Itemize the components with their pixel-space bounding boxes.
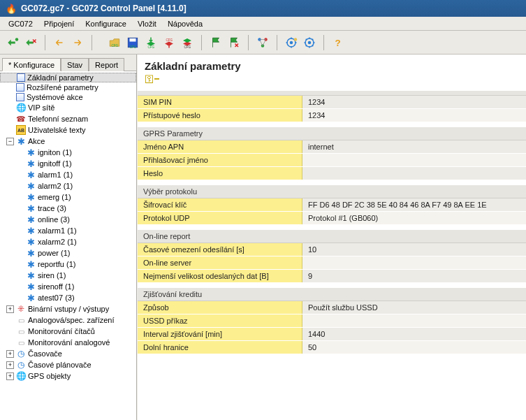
tb-upload-cfg-icon[interactable]: CFG [161,35,177,50]
tree-timers[interactable]: +◷Časovače [0,348,136,359]
tb-open-cfg-icon[interactable]: CFG [106,35,123,50]
row-gprs-user[interactable]: Přihlašovací jméno [138,154,526,167]
tab-status[interactable]: Stav [61,58,89,71]
tab-configuration[interactable]: * Konfigurace [2,58,61,71]
tb-sync-cfg-icon[interactable]: CFG [179,35,196,50]
tree-action-emerg[interactable]: ✱emerg (1) [0,191,136,203]
value-apn[interactable]: internet [302,140,526,153]
tree-binary-io[interactable]: +⁜Binární vstupy / výstupy [0,303,136,314]
tree-action-sirenoff[interactable]: ✱sirenoff (1) [0,281,136,292]
row-send-timeout[interactable]: Časové omezení odesílání [s] 10 [138,243,526,256]
label-ussd-cmd: USSD příkaz [138,314,302,327]
value-credit-method[interactable]: Použít službu USSD [302,301,526,314]
value-ussd-cmd[interactable] [302,314,526,327]
tb-settings-gear-icon[interactable] [283,35,300,50]
tb-separator [277,35,277,50]
tb-flag-icon[interactable] [207,35,224,50]
tree-phonebook[interactable]: ☎Telefonní seznam [0,113,136,124]
tree-schedulers[interactable]: +◷Časové plánovače [0,359,136,370]
tree-action-ignitoff[interactable]: ✱ignitoff (1) [0,158,136,169]
expand-icon[interactable]: + [6,350,14,358]
tree-user-texts[interactable]: ABUživatelské texty [0,124,136,136]
value-send-timeout[interactable]: 10 [302,243,526,256]
value-credit-interval[interactable]: 1440 [302,328,526,340]
tb-disconnect-icon[interactable] [22,35,39,50]
tree-vip-networks[interactable]: 🌐VIP sítě [0,102,136,113]
tree-action-trace[interactable]: ✱trace (3) [0,203,136,214]
tree-action-xalarm2[interactable]: ✱xalarm2 (1) [0,236,136,247]
value-password[interactable]: 1234 [302,109,526,122]
tree-ext-params[interactable]: Rozšířené parametry [0,82,136,92]
value-online-server[interactable] [302,256,526,269]
tb-save-cfg-icon[interactable]: CFG [124,35,141,50]
tree-action-xalarm1[interactable]: ✱xalarm1 (1) [0,225,136,236]
collapse-icon[interactable]: − [6,138,14,145]
tree-actions[interactable]: −✱Akce [0,136,136,147]
tree-action-alarm1[interactable]: ✱alarm1 (1) [0,169,136,180]
row-min-data-size[interactable]: Nejmenší velikost odeslaných dat [B] 9 [138,270,526,283]
expand-icon[interactable]: + [6,372,14,380]
tb-separator [323,35,324,50]
value-udp-protocol[interactable]: Protokol #1 (GB060) [302,212,526,224]
expand-icon[interactable]: + [6,361,14,369]
tree-action-igniton[interactable]: ✱igniton (1) [0,147,136,158]
row-cipher-key[interactable]: Šifrovací klíč FF D6 48 DF 2C 38 5E 40 8… [138,198,526,212]
tree-system-actions[interactable]: Systémové akce [0,92,136,102]
tb-gear-icon[interactable] [301,35,318,50]
svg-text:CFG: CFG [184,45,191,49]
section-header-online: On-line report [138,229,526,243]
svg-point-13 [294,38,298,41]
section-header-gprs: GPRS Parametry [138,126,526,140]
value-min-data-size[interactable]: 9 [302,270,526,282]
row-ussd-cmd[interactable]: USSD příkaz [138,314,526,328]
gear-icon: ✱ [26,270,36,280]
row-credit-low[interactable]: Dolní hranice 50 [138,341,526,354]
tree-action-siren[interactable]: ✱siren (1) [0,270,136,281]
toolbar: CFG CFG CFG CFG CFG ? [0,31,526,55]
tree-gps-objects[interactable]: +🌐GPS objekty [0,370,136,382]
menu-configuration[interactable]: Konfigurace [81,18,131,29]
tb-download-cfg-icon[interactable]: CFG [143,35,159,50]
value-credit-low[interactable]: 50 [302,341,526,354]
tree-analog[interactable]: ▭Analogová/spec. zařízení [0,314,136,326]
tb-help-icon[interactable]: ? [330,35,346,50]
menu-insert[interactable]: Vložit [133,18,161,29]
gear-icon: ✱ [26,147,36,157]
tab-report[interactable]: Report [89,58,124,71]
expand-icon[interactable]: + [6,305,14,313]
row-online-server[interactable]: On-line server [138,256,526,270]
tb-prev-icon[interactable] [51,35,68,50]
tree-action-online[interactable]: ✱online (3) [0,214,136,225]
menu-help[interactable]: Nápověda [163,18,207,29]
menu-gc072[interactable]: GC072 [4,18,37,29]
config-tree[interactable]: Základní parametry Rozšířené parametry S… [0,71,136,420]
row-udp-protocol[interactable]: Protokol UDP Protokol #1 (GB060) [138,212,526,225]
svg-rect-3 [130,38,136,42]
tb-connect-icon[interactable] [4,35,21,50]
value-sim-pin[interactable]: 1234 [302,96,526,108]
row-credit-method[interactable]: Způsob Použít službu USSD [138,301,526,314]
tb-separator [92,35,92,50]
tb-delete-flag-icon[interactable] [226,35,242,50]
tree-monitor-analog[interactable]: ▭Monitorování analogové [0,337,136,348]
row-password[interactable]: Přístupové heslo 1234 [138,109,526,122]
tree-action-atest07[interactable]: ✱atest07 (3) [0,292,136,303]
tree-monitor-counters[interactable]: ▭Monitorování čítačů [0,326,136,337]
row-sim-pin[interactable]: SIM PIN 1234 [138,96,526,109]
row-apn[interactable]: Jméno APN internet [138,140,526,154]
value-gprs-pass[interactable] [302,167,526,180]
menu-bar: GC072 Připojení Konfigurace Vložit Nápov… [0,17,526,31]
row-credit-interval[interactable]: Interval zjišťování [min] 1440 [138,328,526,341]
tb-next-icon[interactable] [69,35,86,50]
tree-action-alarm2[interactable]: ✱alarm2 (1) [0,180,136,191]
gear-icon: ✱ [26,282,36,291]
tree-action-power[interactable]: ✱power (1) [0,247,136,259]
tree-action-reportfu[interactable]: ✱reportfu (1) [0,259,136,270]
value-gprs-user[interactable] [302,154,526,166]
tb-network-icon[interactable] [254,35,271,50]
menu-connection[interactable]: Připojení [40,18,78,29]
row-gprs-pass[interactable]: Heslo [138,167,526,180]
value-cipher-key[interactable]: FF D6 48 DF 2C 38 5E 40 84 46 8A F7 49 8… [302,198,526,211]
tree-basic-params[interactable]: Základní parametry [0,73,136,82]
content-pane: Základní parametry ⚿━ SIM PIN 1234 Příst… [137,55,526,420]
